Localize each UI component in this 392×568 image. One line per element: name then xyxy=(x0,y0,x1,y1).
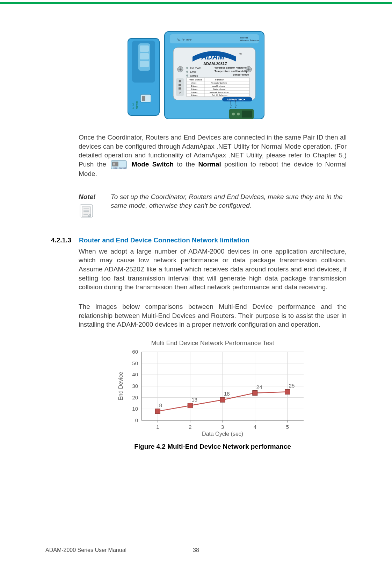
svg-text:P: P xyxy=(179,91,181,94)
svg-text:Wireless Antenna: Wireless Antenna xyxy=(240,39,259,42)
led-status: Status xyxy=(190,74,198,77)
device-right-sub: Temperature and Humidity xyxy=(215,70,248,73)
device-brand: ADAM xyxy=(201,52,225,61)
svg-rect-5 xyxy=(140,61,149,67)
note-text: To set up the Coordinator, Routers and E… xyxy=(111,192,347,221)
performance-chart: 010203040506012345End DeviceData Cycle (… xyxy=(115,348,311,439)
device-top-right-label: Internal xyxy=(240,36,248,39)
svg-rect-98 xyxy=(188,403,193,408)
subsection-heading: 4.2.1.3 Router and End Device Connection… xyxy=(45,236,347,244)
svg-text:40: 40 xyxy=(132,371,138,377)
svg-text:5: 5 xyxy=(286,424,289,430)
chart-title: Multi End Device Network Performance Tes… xyxy=(151,340,274,347)
note-block: Note! To set up the Coordinator, Routers… xyxy=(79,192,347,221)
p1-d: Normal xyxy=(198,161,221,168)
svg-text:5 times: 5 times xyxy=(191,91,197,93)
device-photo: Initial Normal °C / °F %RH Internal Wire… xyxy=(45,28,347,122)
svg-text:2: 2 xyxy=(189,424,191,430)
svg-point-20 xyxy=(186,71,188,73)
svg-text:4: 4 xyxy=(253,424,256,430)
svg-text:™: ™ xyxy=(239,53,242,56)
mode-switch-icon: Initial Normal xyxy=(111,160,127,169)
table-hdr-left: Press Button xyxy=(189,79,202,81)
svg-rect-3 xyxy=(140,45,149,52)
svg-text:50: 50 xyxy=(132,360,138,366)
left-module-label-normal: Normal xyxy=(136,101,138,109)
svg-text:30: 30 xyxy=(132,383,138,389)
note-label: Note! xyxy=(79,192,103,201)
svg-point-40 xyxy=(179,80,181,83)
svg-text:3 times: 3 times xyxy=(191,85,197,87)
footer-page-number: 38 xyxy=(45,547,347,553)
svg-rect-46 xyxy=(242,111,252,118)
svg-text:(B)GND: (B)GND xyxy=(234,100,237,108)
svg-rect-7 xyxy=(142,96,145,101)
svg-text:End Device: End Device xyxy=(118,372,124,400)
svg-rect-41 xyxy=(179,84,181,86)
left-module-label-initial: Initial xyxy=(132,103,135,109)
figure-caption: Figure 4.2 Multi-End Device Network perf… xyxy=(134,443,291,450)
svg-text:18: 18 xyxy=(224,391,230,397)
svg-text:0: 0 xyxy=(135,417,138,423)
svg-text:Level Indicator: Level Indicator xyxy=(212,85,225,87)
section-title: Router and End Device Connection Network… xyxy=(79,236,249,244)
device-right-header: Wireless Sensor Network xyxy=(215,66,246,69)
svg-text:Battery Level: Battery Level xyxy=(213,88,225,90)
led-ext-pwr: Ext PWR xyxy=(190,66,202,70)
svg-text:Reboot / Confirm: Reboot / Confirm xyxy=(211,82,227,84)
svg-rect-104 xyxy=(285,389,290,394)
svg-rect-42 xyxy=(179,87,181,90)
chart-container: Multi End Device Network Performance Tes… xyxy=(79,340,347,450)
svg-text:Data Cycle (sec): Data Cycle (sec) xyxy=(202,431,243,437)
svg-text:Pair ID Selection: Pair ID Selection xyxy=(212,94,227,96)
svg-text:Initial: Initial xyxy=(113,167,117,169)
svg-text:60: 60 xyxy=(132,349,138,355)
p1-b: Mode Switch xyxy=(132,161,174,168)
device-right-sub2: Sensor Node xyxy=(233,73,249,76)
svg-text:5 times: 5 times xyxy=(191,94,197,96)
table-hdr-right: Function xyxy=(215,79,224,81)
svg-point-21 xyxy=(186,74,188,77)
svg-text:24: 24 xyxy=(256,384,262,390)
adam-device-svg: Initial Normal °C / °F %RH Internal Wire… xyxy=(124,28,268,122)
svg-text:Network Association: Network Association xyxy=(210,91,228,93)
svg-text:1: 1 xyxy=(156,424,159,430)
svg-point-47 xyxy=(232,113,235,115)
svg-point-48 xyxy=(237,113,240,115)
page-content: Initial Normal °C / °F %RH Internal Wire… xyxy=(0,0,392,568)
paragraph-1: Once the Coordinator, Routers and End De… xyxy=(79,133,347,178)
svg-rect-53 xyxy=(113,163,115,165)
svg-point-19 xyxy=(186,67,188,69)
note-paper-icon xyxy=(79,203,94,219)
svg-text:2 sec: 2 sec xyxy=(191,82,196,84)
paragraph-2: When we adopt a large number of ADAM-200… xyxy=(79,247,347,292)
svg-text:13: 13 xyxy=(191,396,197,402)
p1-c: to the xyxy=(174,161,198,168)
svg-rect-100 xyxy=(220,397,225,402)
device-top-left-label: °C / °F %RH xyxy=(177,38,193,41)
svg-text:(R)+Vs: (R)+Vs xyxy=(230,101,232,108)
svg-text:5 times: 5 times xyxy=(191,88,197,90)
svg-text:10: 10 xyxy=(132,406,138,412)
device-model: ADAM-2031Z xyxy=(203,62,227,66)
svg-text:20: 20 xyxy=(132,395,138,400)
svg-rect-4 xyxy=(140,53,149,59)
svg-text:25: 25 xyxy=(289,383,295,389)
svg-text:Normal: Normal xyxy=(119,167,126,169)
svg-text:8: 8 xyxy=(159,402,162,408)
svg-rect-96 xyxy=(155,409,160,414)
section-number: 4.2.1.3 xyxy=(45,236,71,244)
svg-rect-102 xyxy=(252,391,257,396)
svg-text:3: 3 xyxy=(221,424,224,430)
led-error: Error xyxy=(190,70,196,73)
paragraph-3: The images below comparisons between Mul… xyxy=(79,302,347,329)
